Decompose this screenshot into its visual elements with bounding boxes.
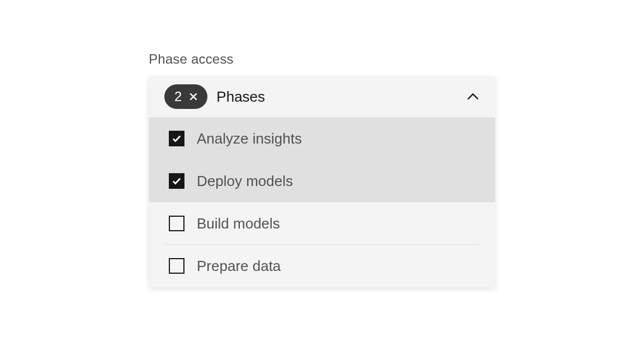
option-label: Prepare data xyxy=(197,258,281,275)
option-label: Build models xyxy=(197,215,280,232)
option-analyze-insights[interactable]: Analyze insights xyxy=(149,117,495,160)
clear-selection-icon[interactable] xyxy=(188,92,198,102)
selection-count: 2 xyxy=(174,90,182,103)
checkbox-checked-icon[interactable] xyxy=(169,173,184,189)
checkbox-unchecked-icon[interactable] xyxy=(169,258,184,274)
checkbox-unchecked-icon[interactable] xyxy=(169,216,184,231)
dropdown-header[interactable]: 2 Phases xyxy=(149,76,495,117)
chevron-up-icon xyxy=(466,90,480,103)
dropdown-title: Phases xyxy=(216,88,265,106)
option-prepare-data[interactable]: Prepare data xyxy=(149,245,495,287)
option-label: Analyze insights xyxy=(197,130,302,147)
selection-count-chip[interactable]: 2 xyxy=(164,84,207,109)
option-build-models[interactable]: Build models xyxy=(149,202,495,245)
option-label: Deploy models xyxy=(197,173,293,190)
field-label: Phase access xyxy=(149,51,495,67)
option-deploy-models[interactable]: Deploy models xyxy=(149,160,495,202)
dropdown-menu: Analyze insights Deploy models Build mod… xyxy=(149,117,495,287)
phases-dropdown: 2 Phases An xyxy=(149,76,495,287)
checkbox-checked-icon[interactable] xyxy=(169,131,184,146)
